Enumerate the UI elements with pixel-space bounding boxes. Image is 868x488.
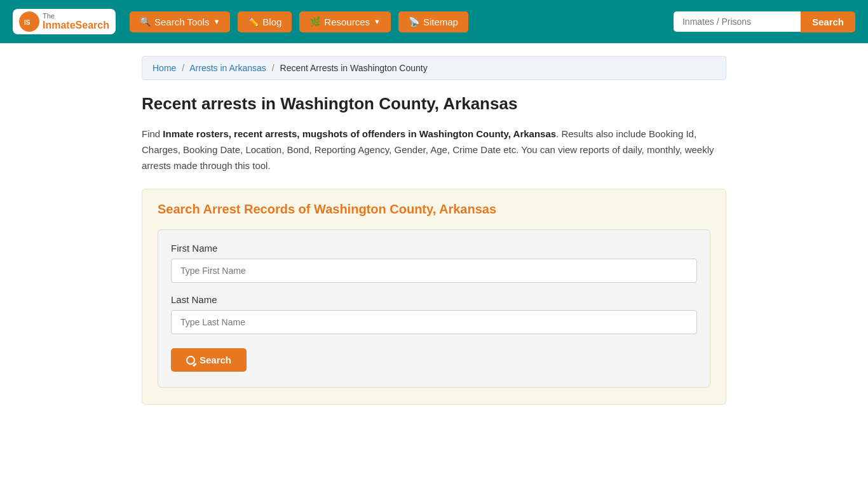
blog-label: Blog [262, 17, 281, 27]
last-name-label: Last Name [171, 294, 697, 305]
search-section: Search Arrest Records of Washington Coun… [142, 189, 726, 405]
search-submit-label: Search [200, 355, 231, 365]
page-title: Recent arrests in Washington County, Ark… [142, 94, 726, 114]
description-bold: Inmate rosters, recent arrests, mugshots… [163, 128, 556, 139]
resources-label: Resources [324, 17, 370, 27]
breadcrumb-home[interactable]: Home [153, 63, 176, 73]
nav-resources[interactable]: 🌿 Resources ▼ [299, 11, 391, 32]
resources-dropdown-icon: ▼ [374, 18, 381, 25]
search-section-title: Search Arrest Records of Washington Coun… [158, 202, 710, 217]
page-description: Find Inmate rosters, recent arrests, mug… [142, 126, 726, 173]
first-name-label: First Name [171, 243, 697, 254]
last-name-field: Last Name [171, 294, 697, 334]
svg-text:IS: IS [24, 19, 31, 26]
last-name-input[interactable] [171, 310, 697, 334]
logo-icon: IS [19, 11, 39, 32]
logo-brand: InmateSearch [43, 20, 109, 31]
logo-top-text: The [43, 12, 109, 20]
nav-blog[interactable]: ✏️ Blog [238, 11, 292, 32]
breadcrumb-sep-1: / [182, 63, 184, 73]
breadcrumb: Home / Arrests in Arkansas / Recent Arre… [142, 56, 726, 80]
first-name-input[interactable] [171, 259, 697, 283]
header-search-button[interactable]: Search [801, 11, 855, 32]
logo-area[interactable]: IS The InmateSearch [13, 9, 116, 34]
search-submit-icon [186, 356, 195, 365]
main-content: Home / Arrests in Arkansas / Recent Arre… [129, 43, 739, 437]
first-name-field: First Name [171, 243, 697, 283]
header-search-group: Search [674, 11, 855, 32]
sitemap-label: Sitemap [423, 17, 458, 27]
nav-search-tools[interactable]: 🔍 Search Tools ▼ [130, 11, 230, 32]
resources-icon: 🌿 [309, 17, 320, 27]
description-intro: Find [142, 128, 163, 139]
sitemap-icon: 📡 [409, 17, 419, 27]
site-header: IS The InmateSearch 🔍 Search Tools ▼ ✏️ … [0, 0, 868, 43]
breadcrumb-arrests-arkansas[interactable]: Arrests in Arkansas [189, 63, 266, 73]
header-search-input[interactable] [674, 11, 801, 32]
breadcrumb-current: Recent Arrests in Washington County [280, 63, 428, 73]
blog-icon: ✏️ [248, 17, 259, 27]
search-tools-label: Search Tools [154, 17, 209, 27]
breadcrumb-sep-2: / [272, 63, 275, 73]
logo-box: IS The InmateSearch [13, 9, 116, 34]
search-tools-dropdown-icon: ▼ [213, 18, 220, 25]
search-form: First Name Last Name Search [158, 229, 710, 388]
logo-text: The InmateSearch [43, 12, 109, 31]
search-submit-button[interactable]: Search [171, 348, 247, 372]
nav-sitemap[interactable]: 📡 Sitemap [398, 11, 468, 32]
search-tools-icon: 🔍 [140, 17, 151, 27]
